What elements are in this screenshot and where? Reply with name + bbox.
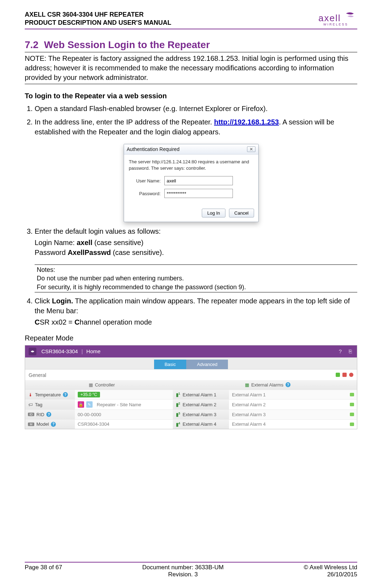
section-title-text: Web Session Login to the Repeater xyxy=(44,39,210,50)
status-red-icon xyxy=(342,373,347,377)
table-row: 🌡Temperature? +35.0 °C ▮1External Alarm … xyxy=(25,390,357,399)
step4-pre: Click xyxy=(35,297,52,305)
password-value: AxellPasswd xyxy=(67,249,111,256)
ea3-label: ▮3External Alarm 3 xyxy=(173,410,229,419)
ea4-status xyxy=(347,420,357,429)
alarm-icon: ▮3 xyxy=(176,412,181,417)
svg-text:WIRELESS: WIRELESS xyxy=(323,23,348,26)
footer-mid: Document number: 3633B-UM Revision. 3 xyxy=(142,564,224,578)
tab-basic[interactable]: Basic xyxy=(154,360,187,369)
brand-logo: axell WIRELESS xyxy=(318,11,357,27)
ea2-value: External Alarm 2 xyxy=(229,400,347,409)
mode-c1: C xyxy=(35,318,40,326)
col-controller-label: Controller xyxy=(95,382,115,388)
username-input[interactable] xyxy=(164,176,233,185)
model-icon: M xyxy=(28,423,34,426)
step2-pre: In the address line, enter the IP addres… xyxy=(35,118,214,126)
model-label: MModel? xyxy=(25,420,75,429)
app-topbar: CSR3604-3304 | Home ? ⎘ xyxy=(25,345,357,357)
notes-line2: For security, it is highly recommended t… xyxy=(37,283,357,291)
temperature-value: +35.0 °C xyxy=(75,390,173,399)
cancel-button[interactable]: Cancel xyxy=(229,209,254,217)
status-ok-icon xyxy=(350,413,354,416)
footer-rev: Revision. 3 xyxy=(142,571,224,578)
lock-icon[interactable]: 🔒 xyxy=(78,401,84,408)
status-ok-icon xyxy=(350,393,354,396)
edit-icon[interactable]: ✎ xyxy=(86,401,93,408)
close-icon[interactable]: ✕ xyxy=(247,146,255,152)
help-icon[interactable]: ? xyxy=(337,348,343,355)
table-row: IDRID? 00-00-0000 ▮3External Alarm 3 Ext… xyxy=(25,409,357,419)
page-header: AXELL CSR 3604-3304 UHF REPEATER PRODUCT… xyxy=(25,11,357,29)
mode-t2: hannel operation mode xyxy=(80,318,152,326)
auth-dialog: Authentication Required ✕ The server htt… xyxy=(124,144,259,222)
status-ok-icon xyxy=(350,403,354,406)
dialog-title-text: Authentication Required xyxy=(127,146,180,152)
tab-advanced[interactable]: Advanced xyxy=(186,360,228,369)
password-row: Password: xyxy=(129,189,253,198)
alarm-icon: ▮2 xyxy=(176,402,181,407)
footer-docnum: Document number: 3633B-UM xyxy=(142,564,224,571)
steps-list: Open a standard Flash-enabled browser (e… xyxy=(25,104,357,137)
svg-text:axell: axell xyxy=(318,13,341,23)
ea4-label: ▮4External Alarm 4 xyxy=(173,420,229,429)
app-screenshot: CSR3604-3304 | Home ? ⎘ BasicAdvanced Ge… xyxy=(25,345,357,429)
step3-text: Enter the default login values as follow… xyxy=(35,227,161,235)
header-line1: AXELL CSR 3604-3304 UHF REPEATER xyxy=(25,11,171,19)
login-name-pre: Login Name: xyxy=(35,239,77,246)
login-subheading: To login to the Repeater via a web sessi… xyxy=(25,92,357,100)
password-input[interactable] xyxy=(164,189,233,198)
header-title: AXELL CSR 3604-3304 UHF REPEATER PRODUCT… xyxy=(25,11,171,27)
status-red-dot-icon xyxy=(349,373,353,377)
steps-list-4: Click Login. The application main window… xyxy=(25,296,357,327)
app-logo-icon xyxy=(29,348,36,355)
axell-logo-icon: axell WIRELESS xyxy=(318,11,357,26)
topbar-divider: | xyxy=(81,348,83,354)
ea2-status xyxy=(347,400,357,409)
col-extalarms-label: External Alarms xyxy=(251,382,283,388)
alarm-icon: ▮1 xyxy=(176,392,181,397)
help-icon[interactable]: ? xyxy=(286,382,290,387)
help-icon[interactable]: ? xyxy=(51,422,56,427)
help-icon[interactable]: ? xyxy=(46,412,51,417)
notes-line1: Do not use the number pad when entering … xyxy=(37,274,357,283)
panel-header: General xyxy=(25,369,357,380)
step-3: Enter the default login values as follow… xyxy=(35,226,357,257)
app-product: CSR3604-3304 xyxy=(41,348,78,354)
table-row: MModel? CSR3604-3304 ▮4External Alarm 4 … xyxy=(25,419,357,429)
ip-link[interactable]: http://192.168.1.253 xyxy=(214,118,279,126)
alarm-icon: ▮4 xyxy=(176,421,181,427)
login-button[interactable]: Log In xyxy=(202,209,225,217)
section-number: 7.2 xyxy=(25,39,39,50)
panel-status-icons xyxy=(335,372,353,378)
ea3-value: External Alarm 3 xyxy=(229,410,347,419)
footer-date: 26/10/2015 xyxy=(304,571,357,578)
mode-t1: SR xx02 = xyxy=(40,318,74,326)
temperature-label: 🌡Temperature? xyxy=(25,390,75,399)
rid-label: IDRID? xyxy=(25,410,75,419)
rid-value: 00-00-0000 xyxy=(75,410,173,419)
help-icon[interactable]: ? xyxy=(63,392,68,397)
password-pre: Password xyxy=(35,249,67,256)
tag-value: 🔒✎Repeater - Site Name xyxy=(75,400,173,409)
col-external-alarms: ▦ External Alarms ? xyxy=(178,380,357,390)
status-ok-icon xyxy=(350,423,354,426)
app-home[interactable]: Home xyxy=(86,348,100,354)
header-line2: PRODUCT DESCRIPTION AND USER'S MANUAL xyxy=(25,19,171,27)
ea1-value: External Alarm 1 xyxy=(229,390,347,399)
page-footer: Page 38 of 67 Document number: 3633B-UM … xyxy=(25,562,357,578)
password-label: Password: xyxy=(129,191,161,196)
temperature-badge: +35.0 °C xyxy=(78,392,100,397)
logout-icon[interactable]: ⎘ xyxy=(347,348,353,355)
model-value: CSR3604-3304 xyxy=(75,420,173,429)
username-label: User Name: xyxy=(129,178,161,184)
footer-right: © Axell Wireless Ltd 26/10/2015 xyxy=(304,564,357,578)
password-post: (case sensitive). xyxy=(111,249,164,256)
tag-text: Repeater - Site Name xyxy=(97,402,141,407)
table-row: 🏷Tag 🔒✎Repeater - Site Name ▮2External A… xyxy=(25,399,357,409)
dialog-buttons: Log In Cancel xyxy=(124,206,258,222)
step4-post: The application main window appears. The… xyxy=(35,297,350,315)
dialog-message: The server http://126.1.24.124:80 requir… xyxy=(129,159,253,171)
columns-header: ▦ Controller ▦ External Alarms ? xyxy=(25,380,357,390)
step-1: Open a standard Flash-enabled browser (e… xyxy=(35,104,357,113)
